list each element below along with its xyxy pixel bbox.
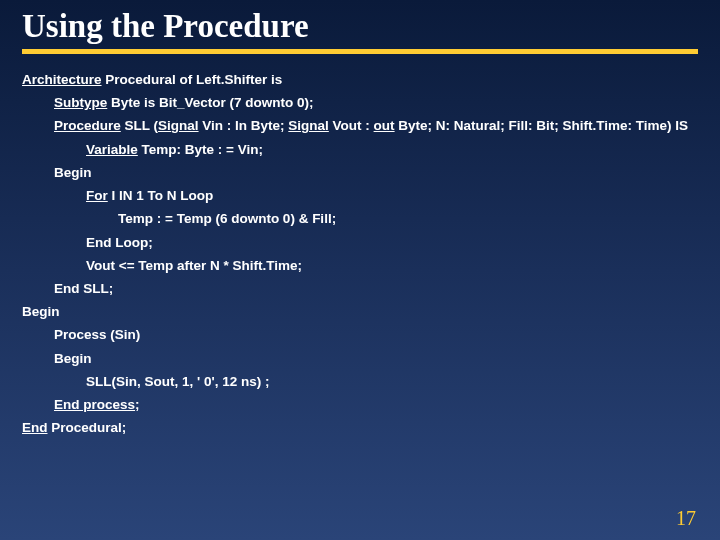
code-line: End SLL; [54, 277, 698, 300]
code-line: Begin [54, 161, 698, 184]
code-line: Procedure SLL (Signal Vin : In Byte; Sig… [54, 114, 698, 137]
code-line: End process; [54, 393, 698, 416]
code-line: SLL(Sin, Sout, 1, ' 0', 12 ns) ; [86, 370, 698, 393]
code-block: Architecture Procedural of Left.Shifter … [22, 68, 698, 440]
code-line: Variable Temp: Byte : = Vin; [86, 138, 698, 161]
code-line: End Loop; [86, 231, 698, 254]
slide-title: Using the Procedure [22, 8, 698, 45]
code-line: For I IN 1 To N Loop [86, 184, 698, 207]
slide: Using the Procedure Architecture Procedu… [0, 0, 720, 540]
code-line: Architecture Procedural of Left.Shifter … [22, 68, 698, 91]
code-line: Begin [54, 347, 698, 370]
page-number: 17 [676, 507, 696, 530]
code-line: Temp : = Temp (6 downto 0) & Fill; [118, 207, 698, 230]
code-line: Begin [22, 300, 698, 323]
title-rule [22, 49, 698, 54]
code-line: Subtype Byte is Bit_Vector (7 downto 0); [54, 91, 698, 114]
code-line: End Procedural; [22, 416, 698, 439]
code-line: Process (Sin) [54, 323, 698, 346]
code-line: Vout <= Temp after N * Shift.Time; [86, 254, 698, 277]
